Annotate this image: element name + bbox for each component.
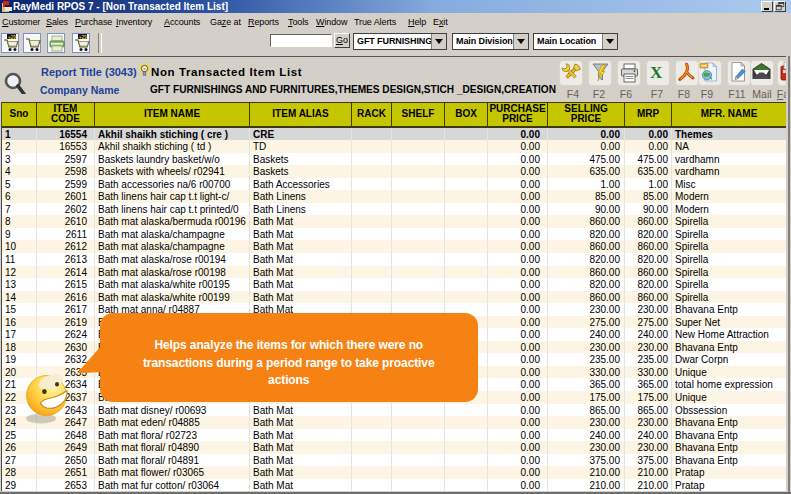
svg-text:X: X xyxy=(650,63,663,82)
svg-text:+29: +29 xyxy=(79,35,87,40)
svg-text:+29: +29 xyxy=(8,35,16,40)
